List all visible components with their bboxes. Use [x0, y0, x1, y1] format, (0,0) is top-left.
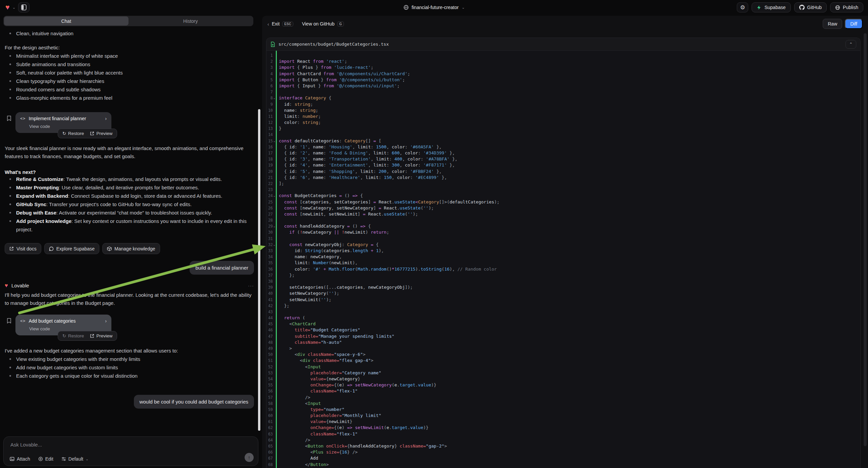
collapse-file-button[interactable]: ⌃ [845, 40, 856, 49]
list-item: Refine & Customize: Tweak the design, an… [11, 175, 254, 183]
list-item: Expand with Backend: Connect Supabase to… [11, 192, 254, 200]
view-on-github-button[interactable]: View on GitHub G [302, 21, 344, 27]
code-line: 3import { Plus } from 'lucide-react'; [267, 64, 860, 70]
logo-chevron-down-icon[interactable]: ⌄ [12, 5, 16, 10]
restore-icon: ↻ [62, 131, 66, 136]
code-line: 25 const [categories, setCategories] = R… [267, 199, 860, 205]
fold-spacer [273, 413, 276, 419]
assistant-name: Lovable [11, 283, 29, 288]
code-scrollbar-thumb[interactable] [864, 33, 867, 446]
version-card-implement-financial-planner[interactable]: <> Implement financial planner › View co… [16, 112, 112, 133]
chat-scrollbar-thumb[interactable] [258, 109, 260, 431]
settings-button[interactable]: ⚙ [737, 2, 748, 12]
mode-label: Default [68, 456, 83, 462]
manage-knowledge-label: Manage knowledge [115, 246, 155, 252]
manage-knowledge-button[interactable]: Manage knowledge [102, 243, 160, 254]
fold-spacer [273, 217, 276, 223]
code-line: 34 name: newCategory, [267, 254, 860, 260]
fold-chevron-icon[interactable]: ⌄ [273, 138, 276, 144]
code-line: 8⌄interface Category { [267, 95, 860, 101]
code-line: 43 [267, 309, 860, 315]
fold-chevron-icon[interactable]: ⌄ [273, 242, 276, 248]
code-line: 15⌄const defaultCategories: Category[] =… [267, 138, 860, 144]
topbar-left: ♥ ⌄ [0, 2, 30, 12]
code-line: 37 }; [267, 272, 860, 278]
code-line: 53 placeholder="Category name" [267, 370, 860, 376]
github-button[interactable]: GitHub [794, 2, 827, 12]
visit-docs-label: Visit docs [17, 246, 37, 252]
bookmark-icon[interactable] [7, 318, 11, 324]
code-line: 24⌄const BudgetCategories = () => { [267, 193, 860, 199]
raw-button[interactable]: Raw [823, 19, 842, 29]
list-item-text: : Use clear, detailed, and iterative pro… [59, 185, 199, 191]
code-line: 40 setNewCategory(''); [267, 290, 860, 296]
fold-chevron-icon[interactable]: ⌄ [273, 193, 276, 199]
chevron-right-icon[interactable]: › [105, 318, 107, 324]
quick-actions-row: Visit docs Explore Supabase Manage knowl… [5, 243, 254, 254]
fold-spacer [273, 162, 276, 168]
preview-button[interactable]: Preview [90, 333, 113, 339]
code-line: 21 { id: '6', name: 'Healthcare', limit:… [267, 175, 860, 181]
restore-button[interactable]: ↻ Restore [62, 333, 84, 339]
list-item: GitHub Sync: Transfer your project's cod… [11, 200, 254, 208]
topbar: ♥ ⌄ financial-future-creator ⌄ ⚙ [0, 0, 868, 15]
explore-supabase-button[interactable]: Explore Supabase [44, 243, 99, 254]
restore-button[interactable]: ↻ Restore [62, 131, 84, 136]
view-code-link[interactable]: View code [29, 326, 107, 331]
attach-button[interactable]: Attach [10, 456, 30, 462]
version-card-add-budget-categories[interactable]: <> Add budget categories › View code ↻ R… [16, 315, 112, 335]
code-line: 4import ChartCard from '@/components/ui/… [267, 71, 860, 77]
code-line: 62 onChange={(e) => setNewLimit(e.target… [267, 425, 860, 431]
g-shortcut-badge: G [337, 22, 344, 27]
fold-spacer [273, 187, 276, 193]
external-link-icon [90, 131, 94, 136]
code-line: 22]; [267, 181, 860, 187]
bookmark-icon[interactable] [7, 116, 11, 121]
code-area: 12import React from 'react';3import { Pl… [267, 51, 860, 468]
ask-lovable-input[interactable] [10, 441, 204, 448]
fold-chevron-icon[interactable]: ⌄ [273, 95, 276, 101]
fold-spacer [273, 401, 276, 407]
file-path-bar[interactable]: src/components/budget/BudgetCategories.t… [267, 38, 860, 51]
edit-button[interactable]: Edit [38, 456, 53, 462]
fold-spacer [273, 119, 276, 125]
code-line: 12 color: string; [267, 119, 860, 125]
code-line: 64 /> [267, 437, 860, 443]
toggle-sidebar-button[interactable] [18, 2, 30, 12]
view-code-link[interactable]: View code [29, 124, 107, 129]
code-line: 67 Add [267, 455, 860, 461]
fold-spacer [273, 284, 276, 290]
fold-spacer [273, 181, 276, 187]
list-item: Rounded corners and subtle shadows [11, 85, 254, 94]
publish-button[interactable]: Publish [830, 2, 863, 12]
fold-spacer [273, 101, 276, 108]
visit-docs-button[interactable]: Visit docs [5, 243, 41, 254]
fold-spacer [273, 351, 276, 357]
fold-spacer [273, 443, 276, 449]
fold-spacer [273, 455, 276, 461]
diff-button[interactable]: Diff [845, 19, 863, 29]
fold-spacer [273, 382, 276, 388]
exit-button[interactable]: ‹ Exit esc [268, 21, 293, 27]
message-menu-button[interactable]: ··· [248, 283, 254, 288]
version-card-header: <> Implement financial planner › [20, 116, 107, 121]
fold-chevron-icon[interactable]: ⌄ [273, 223, 276, 229]
chevron-right-icon[interactable]: › [105, 116, 107, 121]
fold-spacer [273, 407, 276, 413]
tab-history[interactable]: History [128, 17, 253, 26]
tab-chat[interactable]: Chat [4, 17, 128, 26]
esc-shortcut-badge: esc [282, 22, 293, 27]
fold-spacer [273, 89, 276, 95]
mode-select[interactable]: Default ⌄ [61, 456, 89, 462]
send-button[interactable]: ↑ [245, 453, 254, 462]
file-added-icon [271, 41, 275, 47]
preview-button[interactable]: Preview [90, 131, 113, 136]
code-icon: <> [20, 319, 26, 323]
explore-supabase-label: Explore Supabase [56, 246, 95, 252]
code-line: 68 </Button> [267, 462, 860, 468]
project-selector[interactable]: financial-future-creator ⌄ [403, 5, 465, 10]
assistant-reply-ready: Your sleek financial planner is now read… [5, 144, 254, 160]
supabase-button[interactable]: Supabase [751, 2, 790, 12]
lovable-logo-heart-icon[interactable]: ♥ [5, 4, 10, 11]
code-line: 27 const [newLimit, setNewLimit] = React… [267, 211, 860, 217]
